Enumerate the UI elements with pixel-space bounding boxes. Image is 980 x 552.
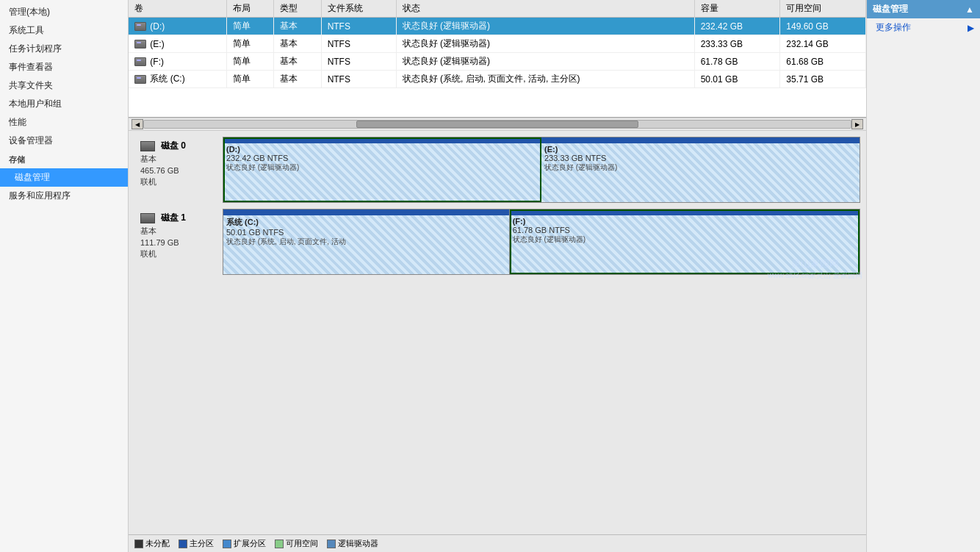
table-row[interactable]: (E:) 简单 基本 NTFS 状态良好 (逻辑驱动器) 233.33 GB 2… bbox=[129, 35, 866, 53]
cell-volume: (F:) bbox=[129, 53, 227, 71]
sidebar-item-computer-mgmt[interactable]: 管理(本地) bbox=[0, 3, 128, 21]
more-actions-arrow: ▶ bbox=[968, 23, 974, 33]
disk-visual-area: 磁盘 0 基本 465.76 GB 联机 (D:) 232.42 GB NTFS… bbox=[129, 131, 866, 534]
partition-status: 状态良好 (逻辑驱动器) bbox=[513, 234, 857, 245]
scrollbar-track[interactable] bbox=[143, 120, 851, 129]
disk-table-area: 卷 布局 类型 文件系统 状态 容量 可用空间 (D:) 简单 基本 NTFS … bbox=[129, 0, 866, 118]
cell-fs: NTFS bbox=[321, 35, 396, 53]
cell-type: 基本 bbox=[274, 35, 321, 53]
disk1-type: 基本 bbox=[140, 226, 217, 237]
cell-layout: 简单 bbox=[227, 53, 274, 71]
disk0-status: 联机 bbox=[140, 176, 217, 187]
sidebar-item-system-tools[interactable]: 系统工具 bbox=[0, 21, 128, 40]
cell-fs: NTFS bbox=[321, 53, 396, 71]
scrollbar-area: ◀ ▶ bbox=[129, 118, 866, 131]
table-row[interactable]: (F:) 简单 基本 NTFS 状态良好 (逻辑驱动器) 61.78 GB 61… bbox=[129, 53, 866, 71]
scroll-right-btn[interactable]: ▶ bbox=[851, 119, 863, 129]
partition-status: 状态良好 (逻辑驱动器) bbox=[544, 162, 857, 173]
cell-status: 状态良好 (逻辑驱动器) bbox=[396, 35, 694, 53]
disk1-status: 联机 bbox=[140, 248, 217, 259]
scrollbar-thumb[interactable] bbox=[356, 121, 639, 128]
cell-volume: (E:) bbox=[129, 35, 227, 53]
cell-volume: (D:) bbox=[129, 18, 227, 35]
disk0-size: 465.76 GB bbox=[140, 166, 217, 175]
partition-status: 状态良好 (系统, 启动, 页面文件, 活动 bbox=[226, 237, 506, 247]
cell-free: 149.60 GB bbox=[780, 18, 866, 35]
disk0-partitions: (D:) 232.42 GB NTFS 状态良好 (逻辑驱动器) (E:) 23… bbox=[223, 137, 860, 203]
disk0-type: 基本 bbox=[140, 154, 217, 165]
sidebar-item-services-apps[interactable]: 服务和应用程序 bbox=[0, 187, 128, 205]
cell-volume: 系统 (C:) bbox=[129, 71, 227, 88]
partition-name: (D:) bbox=[226, 145, 538, 154]
disk1-info: 磁盘 1 基本 111.79 GB 联机 bbox=[134, 209, 223, 275]
disk1-row: 磁盘 1 基本 111.79 GB 联机 系统 (C:) 50.01 GB NT… bbox=[134, 209, 860, 275]
legend-primary: 主分区 bbox=[179, 538, 214, 549]
cell-capacity: 61.78 GB bbox=[694, 53, 780, 71]
cell-fs: NTFS bbox=[321, 18, 396, 35]
more-actions-item[interactable]: 更多操作 ▶ bbox=[867, 18, 980, 37]
cell-free: 61.68 GB bbox=[780, 53, 866, 71]
cell-status: 状态良好 (系统, 启动, 页面文件, 活动, 主分区) bbox=[396, 71, 694, 88]
sidebar: 管理(本地) 系统工具 任务计划程序 事件查看器 共享文件夹 本地用户和组 性能… bbox=[0, 0, 129, 552]
col-layout: 布局 bbox=[227, 0, 274, 18]
legend-extended: 扩展分区 bbox=[223, 538, 266, 549]
legend-logical: 逻辑驱动器 bbox=[327, 538, 378, 549]
drive-icon bbox=[134, 22, 146, 31]
partition-header bbox=[223, 209, 509, 215]
action-header[interactable]: 磁盘管理 ▲ bbox=[867, 0, 980, 18]
partition-name: (F:) bbox=[513, 217, 857, 226]
drive-icon bbox=[134, 40, 146, 49]
cell-status: 状态良好 (逻辑驱动器) bbox=[396, 18, 694, 35]
action-header-arrow: ▲ bbox=[965, 4, 974, 15]
sidebar-item-task-scheduler[interactable]: 任务计划程序 bbox=[0, 40, 128, 58]
sidebar-item-performance[interactable]: 性能 bbox=[0, 113, 128, 132]
partition-0[interactable]: 系统 (C:) 50.01 GB NTFS 状态良好 (系统, 启动, 页面文件… bbox=[223, 209, 510, 274]
partition-size: 50.01 GB NTFS bbox=[226, 228, 506, 237]
col-status: 状态 bbox=[396, 0, 694, 18]
cell-layout: 简单 bbox=[227, 71, 274, 88]
sidebar-item-storage[interactable]: 存储 bbox=[0, 150, 128, 168]
col-capacity: 容量 bbox=[694, 0, 780, 18]
scroll-left-btn[interactable]: ◀ bbox=[131, 119, 143, 129]
sidebar-item-local-users[interactable]: 本地用户和组 bbox=[0, 95, 128, 113]
partition-1[interactable]: (F:) 61.78 GB NTFS 状态良好 (逻辑驱动器) bbox=[510, 209, 860, 274]
col-type: 类型 bbox=[274, 0, 321, 18]
table-row[interactable]: 系统 (C:) 简单 基本 NTFS 状态良好 (系统, 启动, 页面文件, 活… bbox=[129, 71, 866, 88]
disk0-row: 磁盘 0 基本 465.76 GB 联机 (D:) 232.42 GB NTFS… bbox=[134, 137, 860, 203]
right-actions-panel: 磁盘管理 ▲ 更多操作 ▶ bbox=[866, 0, 980, 552]
partition-name: (E:) bbox=[544, 145, 857, 154]
cell-type: 基本 bbox=[274, 18, 321, 35]
cell-capacity: 232.42 GB bbox=[694, 18, 780, 35]
disk-table: 卷 布局 类型 文件系统 状态 容量 可用空间 (D:) 简单 基本 NTFS … bbox=[129, 0, 866, 88]
cell-capacity: 233.33 GB bbox=[694, 35, 780, 53]
legend-area: 未分配 主分区 扩展分区 可用空间 逻辑驱动器 bbox=[129, 534, 866, 552]
cell-fs: NTFS bbox=[321, 71, 396, 88]
sidebar-item-device-mgr[interactable]: 设备管理器 bbox=[0, 132, 128, 150]
col-volume: 卷 bbox=[129, 0, 227, 18]
partition-header bbox=[541, 137, 860, 143]
drive-icon bbox=[134, 75, 146, 84]
cell-type: 基本 bbox=[274, 71, 321, 88]
partition-1[interactable]: (E:) 233.33 GB NTFS 状态良好 (逻辑驱动器) bbox=[541, 137, 860, 202]
col-fs: 文件系统 bbox=[321, 0, 396, 18]
cell-free: 35.71 GB bbox=[780, 71, 866, 88]
legend-free: 可用空间 bbox=[275, 538, 318, 549]
drive-icon bbox=[134, 57, 146, 66]
legend-unallocated: 未分配 bbox=[134, 538, 170, 549]
cell-layout: 简单 bbox=[227, 35, 274, 53]
sidebar-item-disk-mgmt[interactable]: 磁盘管理 bbox=[0, 168, 128, 187]
cell-type: 基本 bbox=[274, 53, 321, 71]
sidebar-item-shared-folders[interactable]: 共享文件夹 bbox=[0, 76, 128, 95]
partition-size: 61.78 GB NTFS bbox=[513, 226, 857, 234]
disk0-info: 磁盘 0 基本 465.76 GB 联机 bbox=[134, 137, 223, 203]
sidebar-item-event-viewer[interactable]: 事件查看器 bbox=[0, 58, 128, 76]
disk1-size: 111.79 GB bbox=[140, 238, 217, 247]
partition-status: 状态良好 (逻辑驱动器) bbox=[226, 162, 538, 173]
partition-size: 233.33 GB NTFS bbox=[544, 154, 857, 162]
partition-0[interactable]: (D:) 232.42 GB NTFS 状态良好 (逻辑驱动器) bbox=[223, 137, 541, 202]
col-free: 可用空间 bbox=[780, 0, 866, 18]
right-panel: 卷 布局 类型 文件系统 状态 容量 可用空间 (D:) 简单 基本 NTFS … bbox=[129, 0, 980, 552]
table-row[interactable]: (D:) 简单 基本 NTFS 状态良好 (逻辑驱动器) 232.42 GB 1… bbox=[129, 18, 866, 35]
partition-header bbox=[510, 209, 860, 215]
disk0-name: 磁盘 0 bbox=[140, 140, 217, 152]
